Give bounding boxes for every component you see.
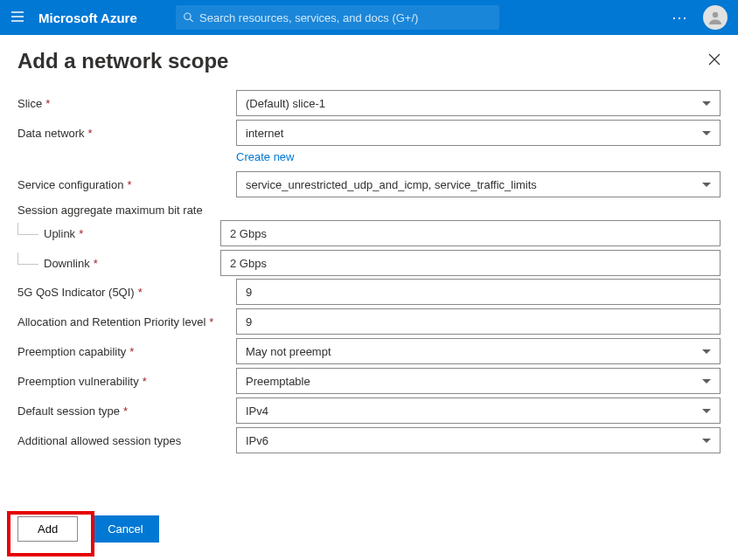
slice-label: Slice*	[17, 97, 236, 110]
preempt-cap-label: Preemption capability*	[17, 345, 236, 358]
add-button[interactable]: Add	[17, 516, 78, 542]
preempt-vuln-select[interactable]: Preemptable	[236, 368, 721, 394]
qos-input[interactable]: 9	[236, 279, 721, 305]
data-network-label: Data network*	[17, 127, 236, 140]
service-config-select[interactable]: service_unrestricted_udp_and_icmp, servi…	[236, 171, 721, 197]
downlink-label: Downlink*	[17, 257, 220, 270]
svg-line-1	[190, 19, 192, 22]
default-session-label: Default session type*	[17, 404, 236, 418]
data-network-select[interactable]: internet	[236, 120, 721, 146]
close-icon[interactable]	[708, 53, 721, 69]
slice-select[interactable]: (Default) slice-1	[236, 90, 721, 116]
form-area: Slice* (Default) slice-1 Data network* i…	[0, 80, 738, 454]
avatar[interactable]	[703, 5, 728, 30]
service-config-label: Service configuration*	[17, 178, 236, 191]
more-icon[interactable]: ⋯	[672, 8, 689, 27]
page-title: Add a network scope	[17, 49, 228, 73]
uplink-input[interactable]: 2 Gbps	[220, 220, 721, 246]
azure-topbar: Microsoft Azure ⋯	[0, 0, 738, 35]
svg-point-0	[184, 13, 190, 19]
uplink-label: Uplink*	[17, 227, 220, 240]
brand-label: Microsoft Azure	[38, 10, 137, 25]
global-search[interactable]	[176, 5, 499, 30]
arp-input[interactable]: 9	[236, 308, 721, 335]
hamburger-icon[interactable]	[10, 10, 24, 26]
footer-actions: Add Cancel	[0, 507, 177, 551]
additional-session-select[interactable]: IPv6	[236, 427, 721, 453]
arp-label: Allocation and Retention Priority level*	[17, 315, 236, 328]
session-agg-label: Session aggregate maximum bit rate	[17, 204, 721, 217]
create-new-link[interactable]: Create new	[236, 150, 294, 163]
preempt-vuln-label: Preemption vulnerability*	[17, 375, 236, 388]
additional-session-label: Additional allowed session types	[17, 434, 236, 447]
downlink-input[interactable]: 2 Gbps	[220, 250, 721, 276]
default-session-select[interactable]: IPv4	[236, 398, 721, 424]
svg-point-2	[713, 12, 718, 17]
preempt-cap-select[interactable]: May not preempt	[236, 338, 721, 364]
page-header: Add a network scope	[0, 35, 738, 80]
person-icon	[707, 9, 724, 26]
search-icon	[183, 11, 194, 24]
topbar-right: ⋯	[672, 5, 728, 30]
qos-label: 5G QoS Indicator (5QI)*	[17, 286, 236, 299]
cancel-button[interactable]: Cancel	[92, 515, 158, 543]
search-input[interactable]	[199, 11, 492, 24]
